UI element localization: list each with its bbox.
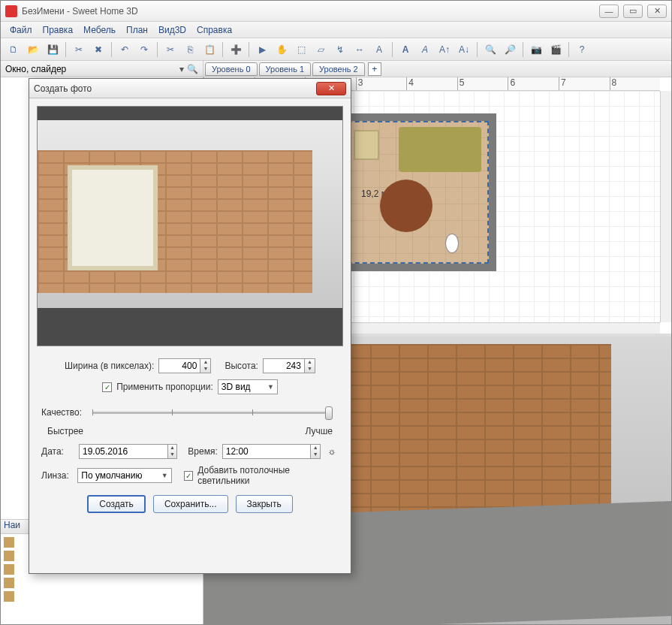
list-item[interactable]: [4, 590, 200, 603]
create-button[interactable]: Создать: [87, 495, 146, 513]
height-spinner[interactable]: ▲▼: [305, 358, 315, 373]
ceiling-lights-checkbox[interactable]: ✓: [184, 471, 194, 481]
help-icon[interactable]: ?: [574, 41, 590, 58]
width-input[interactable]: [158, 358, 200, 373]
date-spinner[interactable]: ▲▼: [168, 444, 178, 459]
redo-icon[interactable]: ↷: [136, 41, 152, 58]
undo-icon[interactable]: ↶: [116, 41, 133, 58]
date-input[interactable]: [79, 444, 168, 459]
save-icon[interactable]: 💾: [44, 41, 61, 58]
ratio-combo[interactable]: 3D вид▼: [218, 379, 278, 394]
menu-edit[interactable]: Правка: [38, 23, 78, 37]
text-dec-icon[interactable]: A↓: [456, 41, 472, 58]
width-spinner[interactable]: ▲▼: [200, 358, 211, 373]
menu-help[interactable]: Справка: [192, 23, 237, 37]
text-italic-icon[interactable]: A: [417, 41, 433, 58]
ceiling-lights-label: Добавить потолочные светильники: [197, 465, 339, 486]
quality-label: Качество:: [41, 407, 82, 418]
close-button[interactable]: ✕: [647, 5, 667, 18]
settings-icon[interactable]: ✖: [90, 41, 107, 58]
save-button[interactable]: Сохранить...: [153, 495, 228, 513]
titlebar: БезИмени - Sweet Home 3D — ▭ ✕: [1, 1, 671, 22]
paste-icon[interactable]: 📋: [201, 41, 218, 58]
time-spinner[interactable]: ▲▼: [311, 444, 321, 459]
zoom-in-icon[interactable]: 🔍: [482, 41, 499, 58]
furniture-sofa[interactable]: [399, 127, 481, 172]
text-inc-icon[interactable]: A↑: [436, 41, 453, 58]
list-item[interactable]: [4, 576, 200, 590]
menu-file[interactable]: Файл: [5, 23, 37, 37]
catalog-search-icon[interactable]: 🔍: [187, 64, 198, 74]
photo-preview: [37, 106, 343, 346]
plan-scrollbar-v[interactable]: [660, 91, 671, 322]
menu-plan[interactable]: План: [122, 23, 152, 37]
cut-icon[interactable]: ✂: [162, 41, 179, 58]
open-icon[interactable]: 📂: [25, 41, 41, 58]
apply-ratio-label: Применить пропорции:: [116, 382, 213, 392]
date-label: Дата:: [41, 446, 74, 457]
quality-slider[interactable]: [92, 405, 333, 420]
add-level-button[interactable]: +: [368, 62, 381, 76]
tab-level-0[interactable]: Уровень 0: [205, 62, 258, 76]
close-dialog-button[interactable]: Закрыть: [236, 495, 293, 513]
zoom-out-icon[interactable]: 🔎: [502, 41, 518, 58]
select-tool-icon[interactable]: ▶: [254, 41, 270, 58]
lens-label: Линза:: [41, 470, 73, 481]
furniture-shelf[interactable]: [354, 130, 379, 160]
furniture-icon: [4, 537, 14, 548]
quality-best-label: Лучше: [305, 426, 333, 436]
furniture-icon: [4, 578, 14, 588]
tab-level-1[interactable]: Уровень 1: [259, 62, 312, 76]
wall-tool-icon[interactable]: ⬚: [293, 41, 309, 58]
time-label: Время:: [188, 446, 217, 457]
dimension-tool-icon[interactable]: ↔: [351, 41, 368, 58]
menu-view3d[interactable]: Вид3D: [154, 23, 191, 37]
time-input[interactable]: [222, 444, 312, 459]
catalog-dropdown-icon[interactable]: ▾: [179, 64, 184, 74]
polyline-tool-icon[interactable]: ↯: [332, 41, 348, 58]
slider-thumb[interactable]: [325, 406, 333, 420]
app-logo-icon: [5, 5, 17, 17]
text-bold-icon[interactable]: A: [397, 41, 414, 58]
catalog-header: Окно, слайдер ▾ 🔍: [1, 61, 203, 77]
photo-icon[interactable]: 📷: [528, 41, 544, 58]
dialog-titlebar: Создать фото ✕: [29, 79, 351, 98]
height-label: Высота:: [225, 361, 258, 371]
new-icon[interactable]: 🗋: [5, 41, 22, 58]
levels-bar: Уровень 0 Уровень 1 Уровень 2 +: [203, 61, 671, 77]
width-label: Ширина (в пикселах):: [65, 361, 154, 371]
dialog-close-button[interactable]: ✕: [316, 82, 346, 95]
camera-icon[interactable]: [445, 234, 459, 253]
maximize-button[interactable]: ▭: [623, 5, 643, 18]
pan-tool-icon[interactable]: ✋: [273, 41, 290, 58]
dialog-title: Создать фото: [34, 83, 316, 94]
sun-icon[interactable]: ☼: [325, 445, 339, 458]
lens-combo[interactable]: По умолчанию▼: [77, 468, 171, 483]
tab-level-2[interactable]: Уровень 2: [312, 62, 365, 76]
minimize-button[interactable]: —: [599, 5, 619, 18]
menu-furniture[interactable]: Мебель: [79, 23, 120, 37]
menubar: Файл Правка Мебель План Вид3D Справка: [1, 22, 671, 38]
furniture-icon: [4, 591, 14, 602]
add-furniture-icon[interactable]: ➕: [228, 41, 244, 58]
furniture-icon: [4, 564, 14, 575]
toolbar: 🗋 📂 💾 ✂ ✖ ↶ ↷ ✂ ⎘ 📋 ➕ ▶ ✋ ⬚ ▱ ↯ ↔ A A A …: [1, 38, 671, 61]
video-icon[interactable]: 🎬: [547, 41, 564, 58]
apply-ratio-checkbox[interactable]: ✓: [102, 382, 112, 392]
quality-fast-label: Быстрее: [47, 426, 83, 436]
furniture-table[interactable]: [380, 180, 432, 232]
room-tool-icon[interactable]: ▱: [312, 41, 329, 58]
furniture-icon: [4, 551, 14, 561]
catalog-selected: Окно, слайдер: [5, 64, 66, 74]
copy-icon[interactable]: ⎘: [182, 41, 198, 58]
height-input[interactable]: [263, 358, 305, 373]
window-title: БезИмени - Sweet Home 3D: [22, 6, 599, 17]
text-tool-icon[interactable]: A: [371, 41, 387, 58]
preferences-icon[interactable]: ✂: [71, 41, 87, 58]
create-photo-dialog: Создать фото ✕ Ширина (в пикселах): ▲▼ В…: [29, 78, 351, 574]
